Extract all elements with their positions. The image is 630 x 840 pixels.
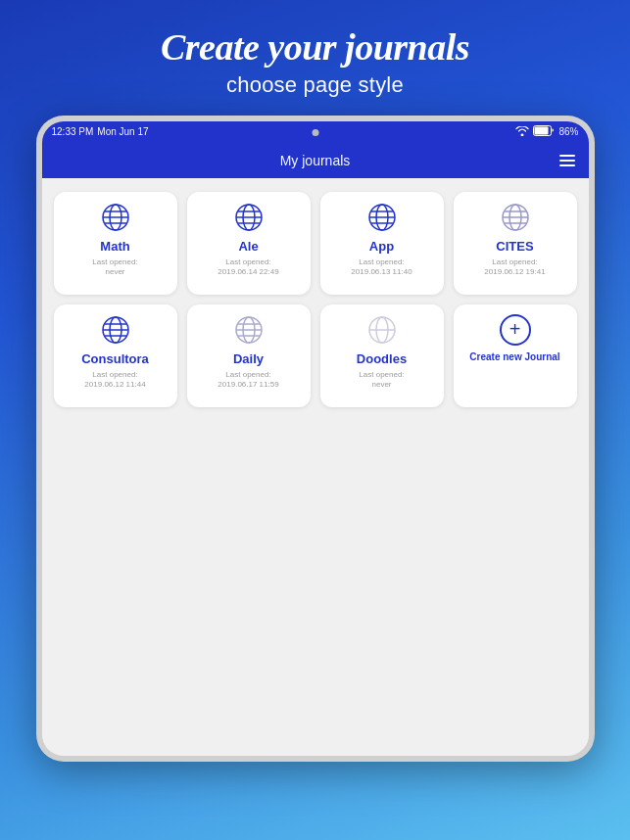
battery-percent: 86% xyxy=(558,126,578,137)
journal-date-ale: Last opened: 2019.06.14 22:49 xyxy=(218,257,278,278)
journal-card-app[interactable]: App Last opened: 2019.06.13 11:40 xyxy=(320,192,444,295)
journal-name-ale: Ale xyxy=(238,239,258,254)
journal-card-ale[interactable]: Ale Last opened: 2019.06.14 22:49 xyxy=(187,192,311,295)
journal-date-daily: Last opened: 2019.06.17 11:59 xyxy=(218,370,278,391)
journal-name-app: App xyxy=(369,239,394,254)
journals-content: Math Last opened: never xyxy=(42,178,589,756)
journal-name-math: Math xyxy=(100,239,129,254)
journal-date-app: Last opened: 2019.06.13 11:40 xyxy=(351,257,412,278)
journal-name-consultora: Consultora xyxy=(81,351,149,366)
status-right: 86% xyxy=(515,125,578,138)
globe-icon xyxy=(233,314,265,346)
plus-circle-icon: + xyxy=(500,314,531,346)
journal-name-daily: Daily xyxy=(233,351,264,366)
menu-button[interactable] xyxy=(559,155,575,166)
status-time: 12:33 PM xyxy=(52,126,94,137)
status-left: 12:33 PM Mon Jun 17 xyxy=(52,126,149,137)
hero-subtitle: choose page style xyxy=(161,72,469,98)
svg-rect-1 xyxy=(535,127,549,135)
hero-title: Create your journals xyxy=(161,27,469,69)
journal-date-cites: Last opened: 2019.06.12 19:41 xyxy=(484,257,545,278)
globe-icon xyxy=(500,202,531,233)
journals-grid: Math Last opened: never xyxy=(54,192,577,407)
wifi-icon xyxy=(515,126,529,138)
create-journal-label: Create new Journal xyxy=(469,351,559,362)
globe-icon xyxy=(366,314,398,346)
journal-date-doodles: Last opened: never xyxy=(359,370,404,391)
journal-card-cites[interactable]: CITES Last opened: 2019.06.12 19:41 xyxy=(454,192,577,295)
globe-icon xyxy=(100,314,131,346)
journal-name-cites: CITES xyxy=(496,239,533,254)
nav-title: My journals xyxy=(280,153,351,168)
tablet-screen: 12:33 PM Mon Jun 17 xyxy=(42,121,589,756)
status-date: Mon Jun 17 xyxy=(97,126,148,137)
nav-bar: My journals xyxy=(42,143,589,178)
menu-line-1 xyxy=(559,155,575,157)
create-journal-card[interactable]: + Create new Journal xyxy=(454,304,577,407)
camera-dot xyxy=(312,129,318,136)
tablet-frame: 12:33 PM Mon Jun 17 xyxy=(36,116,595,762)
journal-date-consultora: Last opened: 2019.06.12 11:44 xyxy=(84,370,145,391)
menu-line-2 xyxy=(559,160,575,162)
journal-date-math: Last opened: never xyxy=(92,257,137,278)
journal-card-daily[interactable]: Daily Last opened: 2019.06.17 11:59 xyxy=(187,304,311,407)
journal-name-doodles: Doodles xyxy=(357,351,407,366)
journal-card-doodles[interactable]: Doodles Last opened: never xyxy=(320,304,444,407)
menu-line-3 xyxy=(559,164,575,166)
globe-icon xyxy=(100,202,131,233)
globe-icon xyxy=(366,202,398,233)
journal-card-consultora[interactable]: Consultora Last opened: 2019.06.12 11:44 xyxy=(54,304,177,407)
journal-card-math[interactable]: Math Last opened: never xyxy=(54,192,177,295)
hero-section: Create your journals choose page style xyxy=(161,27,469,98)
battery-icon xyxy=(533,125,555,138)
globe-icon xyxy=(233,202,265,233)
